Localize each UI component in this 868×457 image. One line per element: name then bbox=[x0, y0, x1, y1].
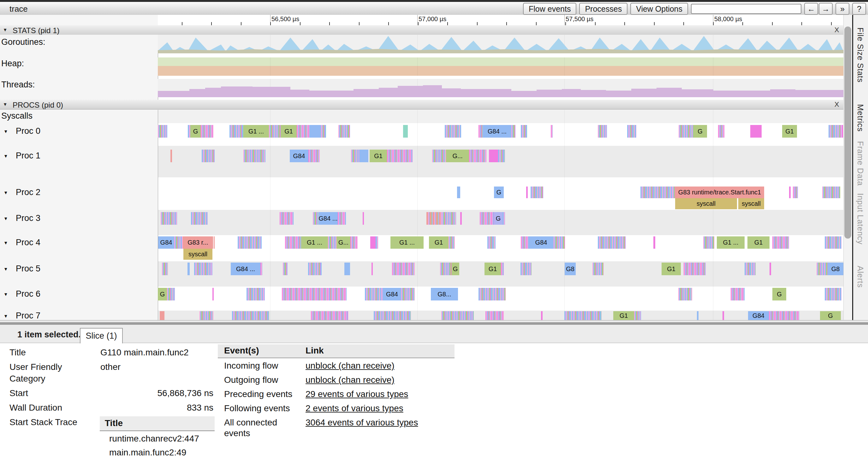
trace-slice-cluster[interactable] bbox=[282, 288, 347, 301]
trace-slice[interactable]: G84 ... bbox=[318, 212, 338, 225]
trace-slice-cluster[interactable] bbox=[212, 288, 214, 301]
collapse-arrow-icon[interactable]: ▾ bbox=[4, 215, 7, 222]
trace-slice-cluster[interactable] bbox=[338, 125, 350, 138]
trace-slice-cluster[interactable] bbox=[521, 263, 531, 275]
toolbar-button-flow-events[interactable]: Flow events bbox=[523, 3, 576, 15]
trace-slice-cluster[interactable] bbox=[460, 212, 462, 225]
scrollbar-thumb[interactable] bbox=[844, 27, 851, 239]
trace-slice[interactable]: G... bbox=[446, 150, 469, 162]
splitter-grip[interactable] bbox=[0, 322, 868, 325]
trace-slice-cluster[interactable] bbox=[351, 150, 359, 162]
collapse-arrow-icon[interactable]: ▾ bbox=[4, 291, 7, 298]
trace-slice-cluster[interactable] bbox=[432, 150, 446, 162]
panel-splitter[interactable] bbox=[0, 320, 868, 326]
trace-slice[interactable]: G1 bbox=[782, 125, 797, 138]
trace-slice[interactable]: G1 bbox=[281, 125, 297, 138]
trace-slice-cluster[interactable] bbox=[486, 311, 504, 320]
trace-slice-cluster[interactable] bbox=[161, 212, 177, 225]
trace-slice-cluster[interactable] bbox=[308, 150, 320, 162]
trace-slice-cluster[interactable] bbox=[313, 212, 318, 225]
trace-slice-cluster[interactable] bbox=[283, 263, 287, 275]
trace-slice-cluster[interactable] bbox=[280, 212, 293, 225]
trace-slice[interactable]: G1 bbox=[370, 150, 387, 162]
trace-slice-cluster[interactable] bbox=[232, 311, 269, 320]
trace-slice-cluster[interactable] bbox=[365, 288, 383, 301]
heap-chart-allocated[interactable] bbox=[158, 57, 843, 66]
trace-slice-cluster[interactable] bbox=[564, 311, 601, 320]
procs-close-button[interactable]: X bbox=[832, 100, 841, 109]
trace-slice-cluster[interactable] bbox=[825, 288, 841, 301]
trace-slice-cluster[interactable] bbox=[442, 212, 456, 225]
trace-slice[interactable]: G1 bbox=[747, 236, 770, 249]
trace-slice-cluster[interactable] bbox=[160, 311, 164, 320]
trace-slice-cluster[interactable] bbox=[201, 125, 213, 138]
heap-chart-nextgc[interactable] bbox=[158, 66, 843, 76]
trace-slice[interactable]: G8 bbox=[565, 263, 576, 275]
trace-slice-cluster[interactable] bbox=[440, 263, 452, 275]
trace-slice-cluster[interactable] bbox=[772, 236, 789, 249]
trace-slice-cluster[interactable] bbox=[511, 125, 516, 138]
trace-slice-cluster[interactable] bbox=[260, 263, 262, 275]
stats-close-button[interactable]: X bbox=[832, 26, 841, 34]
trace-slice[interactable]: syscall bbox=[738, 198, 764, 209]
trace-slice-cluster[interactable] bbox=[592, 263, 603, 275]
trace-slice-cluster[interactable] bbox=[793, 186, 798, 198]
trace-slice[interactable]: G84 bbox=[748, 311, 769, 320]
trace-slice-cluster[interactable] bbox=[328, 236, 337, 249]
goroutines-chart[interactable] bbox=[158, 35, 843, 53]
trace-slice-cluster[interactable] bbox=[770, 263, 771, 275]
trace-slice-cluster[interactable] bbox=[489, 150, 498, 162]
trace-slice-cluster[interactable] bbox=[229, 125, 243, 138]
trace-slice-cluster[interactable] bbox=[678, 288, 692, 301]
trace-slice-cluster[interactable] bbox=[194, 263, 212, 275]
trace-slice-cluster[interactable] bbox=[350, 236, 358, 249]
trace-slice-cluster[interactable] bbox=[427, 212, 442, 225]
trace-slice[interactable]: G84 bbox=[290, 150, 308, 162]
trace-slice-cluster[interactable] bbox=[703, 236, 714, 249]
trace-slice-cluster[interactable] bbox=[238, 236, 262, 249]
trace-slice[interactable]: G84 ... bbox=[483, 125, 511, 138]
trace-slice[interactable]: G83 runtime/trace.Start.func1 bbox=[675, 186, 764, 198]
toolbar-button-view-options[interactable]: View Options bbox=[630, 3, 688, 15]
collapse-arrow-icon[interactable]: ▾ bbox=[4, 128, 7, 135]
trace-slice-cluster[interactable] bbox=[214, 236, 215, 249]
trace-slice-cluster[interactable] bbox=[469, 150, 486, 162]
trace-slice-cluster[interactable] bbox=[789, 186, 791, 198]
trace-slice-cluster[interactable] bbox=[320, 125, 326, 138]
trace-slice-cluster[interactable] bbox=[750, 125, 762, 138]
collapse-arrow-icon[interactable]: ▾ bbox=[4, 153, 7, 159]
trace-slice-cluster[interactable] bbox=[634, 311, 641, 320]
trace-slice-cluster[interactable] bbox=[370, 236, 376, 249]
stats-section-header[interactable]: ▾ STATS (pid 1) X bbox=[0, 25, 852, 35]
trace-slice[interactable]: G bbox=[452, 263, 459, 275]
threads-chart[interactable] bbox=[158, 79, 843, 97]
procs-section-header[interactable]: ▾ PROCS (pid 0) X bbox=[0, 100, 852, 110]
trace-slice[interactable]: syscall bbox=[183, 249, 212, 260]
trace-slice[interactable]: G1 ... bbox=[391, 236, 424, 249]
trace-slice[interactable]: G bbox=[190, 125, 201, 138]
trace-slice[interactable]: G84 bbox=[383, 288, 401, 301]
trace-slice[interactable]: syscall bbox=[675, 198, 737, 209]
trace-slice-cluster[interactable] bbox=[338, 212, 346, 225]
trace-slice-cluster[interactable] bbox=[363, 212, 364, 225]
trace-slice-cluster[interactable] bbox=[731, 288, 745, 301]
trace-slice[interactable]: G... bbox=[337, 236, 350, 249]
trace-slice[interactable]: G1 ... bbox=[301, 236, 328, 249]
trace-slice-cluster[interactable] bbox=[501, 263, 504, 275]
tab-slice[interactable]: Slice (1) bbox=[80, 328, 123, 343]
proc-row-header[interactable]: ▾Proc 7 bbox=[0, 310, 158, 320]
sidebar-tab-metrics[interactable]: Metrics bbox=[856, 104, 865, 132]
proc-row-header[interactable]: ▾Proc 1 bbox=[0, 146, 158, 177]
collapse-arrow-icon[interactable]: ▾ bbox=[4, 266, 7, 272]
event-link[interactable]: 2 events of various types bbox=[306, 403, 403, 413]
collapse-arrow-icon[interactable]: ▾ bbox=[4, 101, 7, 108]
trace-slice-cluster[interactable] bbox=[722, 311, 724, 320]
trace-slice-cluster[interactable] bbox=[247, 288, 265, 301]
trace-slice-cluster[interactable] bbox=[174, 236, 183, 249]
trace-slice-cluster[interactable] bbox=[359, 150, 368, 162]
trace-slice-cluster[interactable] bbox=[297, 125, 309, 138]
collapse-arrow-icon[interactable]: ▾ bbox=[4, 189, 7, 196]
trace-slice-cluster[interactable] bbox=[487, 236, 496, 249]
collapse-arrow-icon[interactable]: ▾ bbox=[4, 27, 7, 33]
trace-slice-cluster[interactable] bbox=[825, 236, 841, 249]
